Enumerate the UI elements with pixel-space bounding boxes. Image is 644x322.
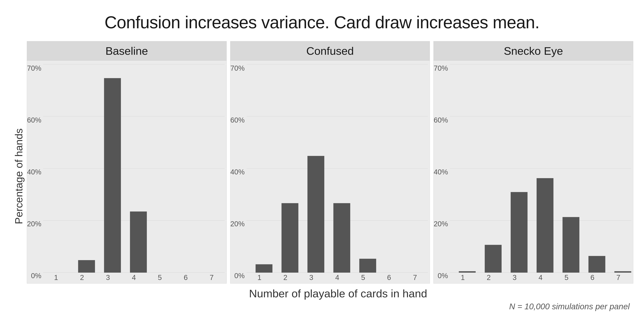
y-axis-ticks-2: 70%60%40%20%0% — [434, 64, 450, 282]
x-tick-label: 3 — [95, 274, 121, 282]
bar-1-0 — [256, 264, 272, 273]
bar-1-1 — [282, 203, 298, 273]
x-ticks-row-1: 1234567 — [246, 274, 428, 282]
bar-2-5 — [588, 256, 605, 273]
x-axis-section: Number of playable of cards in hand — [27, 284, 633, 300]
main-title: Confusion increases variance. Card draw … — [104, 12, 540, 32]
y-tick-label: 70% — [27, 64, 41, 72]
y-tick-label: 60% — [434, 116, 448, 124]
y-tick-label: 60% — [230, 116, 245, 124]
x-axis-label-row: Number of playable of cards in hand — [43, 285, 633, 300]
bars-svg-2 — [450, 64, 631, 273]
x-tick-label: 6 — [580, 274, 605, 282]
bars-area-1: 1234567 — [246, 64, 428, 282]
x-tick-label: 3 — [502, 274, 528, 282]
x-ticks-row-2: 1234567 — [450, 274, 631, 282]
chart-area: Percentage of hands Baseline70%60%40%20%… — [11, 41, 633, 311]
x-tick-label: 5 — [554, 274, 580, 282]
y-tick-label: 70% — [434, 64, 448, 72]
x-axis-bottom-1: 1234567 — [246, 273, 428, 282]
y-tick-label: 20% — [27, 220, 41, 228]
x-tick-label: 5 — [147, 274, 173, 282]
bar-2-1 — [485, 245, 502, 273]
bar-1-2 — [307, 156, 324, 273]
bar-2-2 — [511, 192, 528, 273]
panel-2: Snecko Eye70%60%40%20%0%1234567 — [434, 41, 633, 284]
x-tick-label: 2 — [476, 274, 502, 282]
bars-area-0: 1234567 — [43, 64, 225, 282]
panels-and-xaxis: Baseline70%60%40%20%0%1234567Confused70%… — [27, 41, 633, 311]
bar-2-6 — [614, 271, 631, 273]
panel-1: Confused70%60%40%20%0%1234567 — [230, 41, 430, 284]
panel-0: Baseline70%60%40%20%0%1234567 — [27, 41, 227, 284]
y-tick-label: 40% — [230, 168, 245, 176]
x-axis-bottom-2: 1234567 — [450, 273, 631, 282]
y-tick-label: 60% — [27, 116, 41, 124]
x-tick-label: 7 — [605, 274, 631, 282]
panel-header-0: Baseline — [27, 41, 226, 61]
y-tick-label: 40% — [434, 168, 448, 176]
x-tick-label: 4 — [528, 274, 554, 282]
x-tick-label: 4 — [324, 274, 350, 282]
x-tick-label: 6 — [173, 274, 199, 282]
chart-container: Confusion increases variance. Card draw … — [0, 0, 644, 322]
x-tick-label: 1 — [450, 274, 476, 282]
y-tick-label: 20% — [230, 220, 245, 228]
bar-1-4 — [359, 259, 376, 273]
x-tick-label: 3 — [298, 274, 324, 282]
panel-header-2: Snecko Eye — [434, 41, 633, 61]
bar-0-3 — [130, 212, 147, 273]
y-tick-label: 0% — [234, 272, 245, 280]
bar-0-2 — [104, 78, 121, 273]
bar-0-1 — [78, 260, 95, 273]
grid-and-bars-0 — [43, 64, 225, 273]
panel-header-1: Confused — [230, 41, 430, 61]
panel-plot-area-1: 70%60%40%20%0%1234567 — [230, 61, 430, 283]
x-tick-label: 7 — [402, 274, 428, 282]
panel-plot-area-2: 70%60%40%20%0%1234567 — [434, 61, 633, 283]
bar-2-0 — [459, 271, 476, 273]
x-tick-label: 1 — [246, 274, 272, 282]
y-axis-ticks-1: 70%60%40%20%0% — [230, 64, 246, 282]
note-row: N = 10,000 simulations per panel — [27, 302, 633, 311]
note-text: N = 10,000 simulations per panel — [509, 302, 630, 311]
bars-area-2: 1234567 — [450, 64, 631, 282]
y-tick-label: 0% — [438, 272, 448, 280]
x-ticks-row-0: 1234567 — [43, 274, 225, 282]
panel-plot-area-0: 70%60%40%20%0%1234567 — [27, 61, 226, 283]
y-tick-label: 70% — [230, 64, 245, 72]
x-tick-label: 5 — [350, 274, 376, 282]
y-tick-label: 0% — [31, 272, 41, 280]
bars-svg-1 — [246, 64, 428, 273]
bars-svg-0 — [43, 64, 225, 273]
x-axis-bottom-0: 1234567 — [43, 273, 225, 282]
x-tick-label: 4 — [121, 274, 147, 282]
bar-2-3 — [537, 178, 554, 273]
grid-and-bars-1 — [246, 64, 428, 273]
x-tick-label: 6 — [376, 274, 402, 282]
x-tick-label: 7 — [199, 274, 225, 282]
x-tick-label: 1 — [43, 274, 69, 282]
x-tick-label: 2 — [69, 274, 95, 282]
x-axis-label: Number of playable of cards in hand — [43, 287, 633, 300]
grid-and-bars-2 — [450, 64, 631, 273]
panels-row: Baseline70%60%40%20%0%1234567Confused70%… — [27, 41, 633, 284]
y-axis-ticks-0: 70%60%40%20%0% — [27, 64, 43, 282]
y-axis-label: Percentage of hands — [13, 128, 25, 224]
y-tick-label: 40% — [27, 168, 41, 176]
bar-1-3 — [333, 203, 350, 273]
y-tick-label: 20% — [434, 220, 448, 228]
y-axis-label-container: Percentage of hands — [11, 41, 27, 311]
bar-2-4 — [562, 217, 580, 273]
x-tick-label: 2 — [272, 274, 298, 282]
